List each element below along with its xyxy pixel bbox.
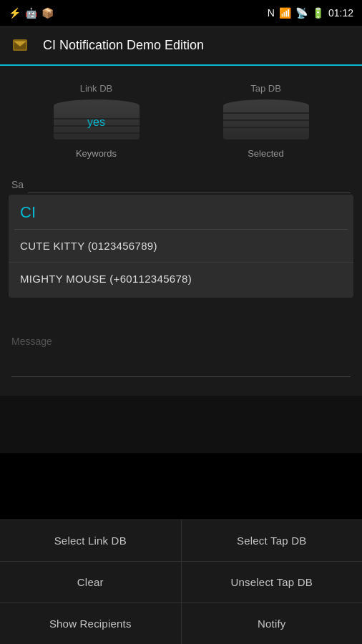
select-tap-db-button[interactable]: Select Tap DB <box>182 520 363 561</box>
autocomplete-input-value: CI <box>20 203 36 222</box>
link-db-value: yes <box>87 116 105 129</box>
show-recipients-button[interactable]: Show Recipients <box>0 603 182 644</box>
status-bar: ⚡ 🤖 📦 N 📶 📡 🔋 01:12 <box>0 0 362 26</box>
link-db-top-label: Link DB <box>80 83 113 94</box>
tap-db-top-label: Tap DB <box>250 83 281 94</box>
nfc-icon: N <box>268 7 275 19</box>
notify-button[interactable]: Notify <box>182 603 363 644</box>
app-bar: CI Notification Demo Edition <box>0 26 362 66</box>
status-left-icons: ⚡ 🤖 📦 <box>9 7 54 19</box>
app-title: CI Notification Demo Edition <box>43 38 204 53</box>
tap-db-item: Tap DB Selected <box>223 83 309 159</box>
autocomplete-dropdown: CI CUTE KITTY (0123456789) MIGHTY MOUSE … <box>4 195 358 298</box>
battery-icon: 🔋 <box>312 7 324 19</box>
select-link-db-button[interactable]: Select Link DB <box>0 520 182 561</box>
button-row-1: Select Link DB Select Tap DB <box>0 519 362 561</box>
wifi-icon: 📶 <box>279 7 291 19</box>
cylinder-line-3 <box>54 132 140 134</box>
link-db-cylinder[interactable]: yes <box>54 99 140 142</box>
db-row: Link DB yes Keywords Tap DB <box>11 77 351 170</box>
tap-cylinder-body <box>223 105 309 140</box>
message-underline <box>11 376 351 377</box>
link-db-item: Link DB yes Keywords <box>54 83 140 159</box>
tap-db-bottom-label: Selected <box>248 148 284 159</box>
content-spacer <box>0 396 362 453</box>
status-right-icons: N 📶 📡 🔋 01:12 <box>268 7 353 19</box>
autocomplete-item-1[interactable]: MIGHTY MOUSE (+60112345678) <box>9 262 353 295</box>
button-row-3: Show Recipients Notify <box>0 602 362 644</box>
usb-icon: ⚡ <box>9 7 21 19</box>
autocomplete-input-row[interactable]: CI <box>9 195 353 229</box>
autocomplete-item-0[interactable]: CUTE KITTY (0123456789) <box>9 230 353 262</box>
cylinder-body: yes <box>54 105 140 140</box>
button-row-2: Clear Unselect Tap DB <box>0 561 362 602</box>
bottom-buttons: Select Link DB Select Tap DB Clear Unsel… <box>0 519 362 644</box>
db-section: Link DB yes Keywords Tap DB <box>0 66 362 396</box>
clear-button[interactable]: Clear <box>0 562 182 602</box>
unselect-tap-db-button[interactable]: Unselect Tap DB <box>182 562 363 602</box>
app-logo-icon <box>11 34 34 57</box>
link-db-bottom-label: Keywords <box>76 148 117 159</box>
tap-cylinder-line-3 <box>223 127 309 128</box>
android-icon: 🤖 <box>25 7 37 19</box>
status-time: 01:12 <box>328 7 353 19</box>
send-to-label: Sa <box>11 179 28 190</box>
message-area: Message <box>11 332 351 384</box>
tap-db-cylinder[interactable] <box>223 99 309 142</box>
package-icon: 📦 <box>41 7 54 19</box>
signal-icon: 📡 <box>295 7 308 19</box>
send-to-field[interactable] <box>28 176 351 193</box>
tap-cylinder-line-2 <box>223 119 309 121</box>
message-placeholder: Message <box>11 336 52 347</box>
tap-cylinder-line-1 <box>223 112 309 114</box>
autocomplete-container: CI CUTE KITTY (0123456789) MIGHTY MOUSE … <box>9 195 353 298</box>
